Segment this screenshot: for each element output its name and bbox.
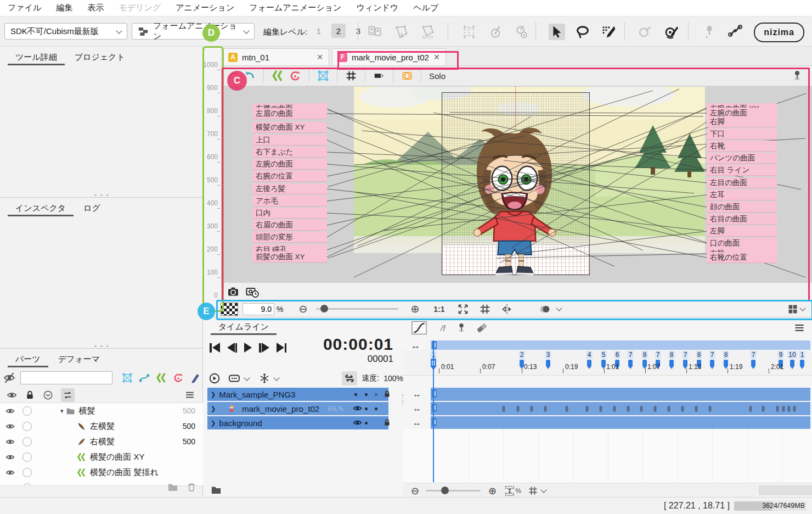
track-option-dot[interactable] [365, 393, 368, 396]
draw-order-circle[interactable] [22, 422, 32, 431]
keyframe[interactable] [749, 406, 752, 412]
track-option-dot[interactable] [365, 407, 368, 410]
frame-flag-pin[interactable] [601, 360, 606, 369]
tree-row-4[interactable]: 横髪の曲面 髪揺れ [0, 465, 203, 480]
grid-toggle-icon[interactable] [345, 70, 357, 82]
timeline-scrollbar-handle[interactable] [758, 485, 812, 495]
zoom-slider-knob[interactable] [320, 305, 328, 312]
rotate-icon[interactable] [173, 372, 184, 383]
chev-circle-icon[interactable] [43, 390, 53, 400]
eraser-icon[interactable] [476, 322, 488, 334]
timeline-range-band[interactable] [431, 340, 810, 350]
timeline-menu-icon[interactable] [793, 322, 805, 334]
canvas-grid-icon[interactable] [479, 303, 491, 315]
document-tab-mark_movie_pro_t02[interactable]: Fmark_movie_pro_t02✕ [332, 48, 446, 65]
param-label-R-8[interactable]: 左耳 [707, 189, 777, 200]
eye-icon[interactable] [5, 437, 15, 446]
param-label-R-4[interactable]: 右靴 [707, 141, 777, 152]
close-icon[interactable]: ✕ [317, 53, 323, 62]
onion-skin-icon[interactable] [246, 285, 259, 298]
arrow-cursor-tool[interactable] [549, 24, 565, 40]
marker-icon[interactable] [228, 372, 240, 384]
frame-flag-number[interactable]: 6 [614, 351, 621, 359]
param-label-L-10[interactable]: 右眉の曲面 [252, 220, 327, 231]
tree-row-3[interactable]: 横髪の曲面 XY [0, 449, 203, 465]
track-bar-0[interactable] [431, 388, 810, 401]
keyframe[interactable] [600, 406, 602, 412]
snapshot-camera-icon[interactable] [227, 286, 239, 298]
frame-flag-pin[interactable] [724, 360, 728, 369]
param-label-L-6[interactable]: 右腕の位置 [252, 171, 327, 182]
play-button[interactable] [244, 342, 252, 354]
keyframe[interactable] [709, 406, 712, 412]
frame-flag-pin[interactable] [790, 360, 794, 369]
close-icon[interactable]: ✕ [433, 53, 440, 62]
tree-row-2[interactable]: 右横髪500 [0, 434, 203, 449]
timeline-zoom-knob[interactable] [441, 487, 449, 494]
track-row-background[interactable]: ❯background [207, 416, 388, 429]
skip-to-end-button[interactable] [277, 342, 287, 354]
draw-order-circle[interactable] [22, 452, 32, 462]
param-label-L-5[interactable]: 左腕の曲面 [252, 159, 327, 170]
chevron-down-icon[interactable] [540, 487, 546, 493]
keyframe[interactable] [695, 406, 698, 412]
keyframe[interactable] [544, 406, 547, 412]
eye-icon[interactable] [5, 468, 15, 477]
frame-flag-number[interactable]: 7 [683, 351, 689, 359]
keyframe[interactable] [586, 406, 589, 412]
keyframe[interactable] [503, 406, 505, 412]
frame-flag-number[interactable]: 8 [723, 351, 729, 359]
frame-flag-number[interactable]: 1 [799, 351, 805, 359]
keyframe-pin-icon[interactable] [456, 322, 467, 333]
trash-icon[interactable] [186, 482, 197, 493]
menu-item-1[interactable]: 編集 [56, 3, 72, 13]
chevron-down-icon[interactable] [556, 305, 562, 311]
frame-flag-pin[interactable] [587, 360, 591, 369]
model-version-select[interactable]: SDK不可/Cubism最新版 [4, 23, 127, 40]
parts-search-input[interactable] [20, 371, 112, 384]
loop-toggle[interactable] [342, 371, 357, 386]
track-folder-button[interactable] [211, 484, 222, 498]
frame-flag-number[interactable]: 7 [751, 351, 757, 359]
timeline-scrollbar[interactable] [757, 484, 812, 496]
viewport-canvas[interactable]: 右襟の曲面左眉の曲面横髪の曲面 XY上口右下まぶた左腕の曲面右腕の位置左後ろ髪ア… [222, 86, 812, 283]
expand-arrow-icon[interactable]: ▾ [60, 407, 64, 415]
eye-icon[interactable] [5, 422, 15, 431]
snap-grid-icon[interactable] [528, 485, 538, 496]
tree-row-1[interactable]: 左横髪500 [0, 418, 203, 434]
pen-icon[interactable] [190, 372, 201, 383]
param-label-R-9[interactable]: 顔の曲面 [707, 202, 777, 213]
draw-order-circle[interactable] [22, 468, 32, 477]
redo-icon[interactable] [244, 70, 256, 82]
eye-icon[interactable] [5, 452, 15, 462]
eye-slash-icon[interactable] [3, 372, 15, 384]
frame-flag-pin[interactable] [642, 360, 647, 369]
param-label-L-2[interactable]: 横髪の曲面 XY [252, 122, 327, 133]
brush-dots-tool[interactable] [600, 24, 617, 40]
layout-grid-icon[interactable] [787, 304, 798, 315]
frame-flag-number[interactable]: 7 [628, 351, 634, 359]
actual-size-button[interactable]: 1:1 [433, 305, 444, 314]
frame-flag-number[interactable]: 8 [642, 351, 648, 359]
fit-view-icon[interactable] [457, 303, 469, 315]
keyframe[interactable] [788, 406, 791, 412]
keyframe[interactable] [654, 406, 657, 412]
menu-item-6[interactable]: ウィンドウ [356, 3, 398, 13]
parts-tab-1[interactable]: デフォーマ [50, 353, 108, 367]
solo-toggle[interactable]: Solo [429, 71, 446, 81]
edit-level-3[interactable]: 3 [351, 24, 365, 38]
menu-item-0[interactable]: ファイル [8, 3, 41, 13]
chevron-down-icon[interactable] [244, 375, 250, 381]
row-range-icon[interactable]: ↔ [403, 416, 431, 429]
track-height-icon[interactable] [504, 485, 515, 496]
expand-arrow-icon[interactable]: ❯ [211, 391, 216, 398]
frame-flag-number[interactable]: 10 [787, 351, 797, 359]
frame-flag-number[interactable]: 7 [655, 351, 661, 359]
expand-arrow-icon[interactable]: ❯ [211, 405, 216, 412]
warp-deformer-icon[interactable] [272, 70, 284, 82]
new-folder-icon[interactable] [167, 482, 178, 493]
draw-order-circle[interactable] [22, 437, 32, 446]
keyframe[interactable] [517, 406, 520, 412]
freeze-icon[interactable] [259, 373, 270, 384]
frame-flag-number[interactable]: 5 [601, 351, 607, 359]
